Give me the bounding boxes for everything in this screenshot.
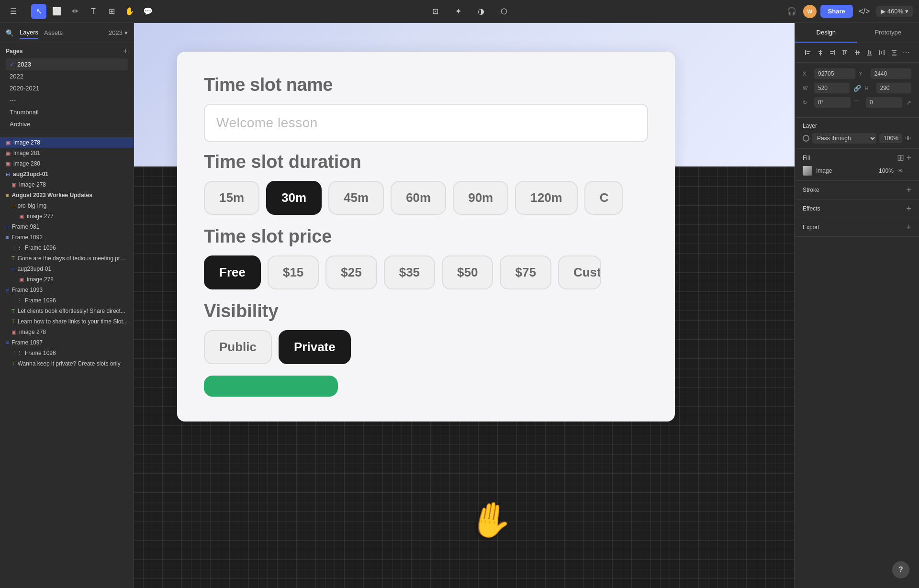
- corner-lock-icon[interactable]: ↗: [906, 99, 911, 106]
- layer-item-image278-2[interactable]: ▣ image 278: [0, 274, 134, 285]
- rotation-value[interactable]: 0°: [814, 97, 851, 108]
- duration-30m[interactable]: 30m: [266, 181, 322, 215]
- align-left-button[interactable]: [803, 47, 813, 58]
- layer-item-aug23upd01[interactable]: ⊞ aug23upd-01: [0, 169, 134, 179]
- duration-custom[interactable]: C: [584, 181, 623, 215]
- canvas[interactable]: Time slot name Welcome lesson Time slot …: [134, 23, 795, 588]
- align-right-button[interactable]: [827, 47, 838, 58]
- layer-item-text-gone[interactable]: T Gone are the days of tedious meeting p…: [0, 253, 134, 264]
- text-tool-button[interactable]: T: [86, 4, 101, 19]
- tab-design[interactable]: Design: [795, 23, 857, 43]
- price-75[interactable]: $75: [500, 255, 551, 289]
- fill-opacity-value[interactable]: 100%: [876, 167, 894, 174]
- tab-layers[interactable]: Layers: [20, 27, 38, 39]
- price-35[interactable]: $35: [384, 255, 435, 289]
- tab-assets[interactable]: Assets: [44, 27, 63, 38]
- distribute-v-button[interactable]: [889, 47, 899, 58]
- components-button[interactable]: ⊞: [104, 4, 119, 19]
- remove-fill-button[interactable]: −: [908, 167, 911, 174]
- price-15[interactable]: $15: [268, 255, 319, 289]
- duration-15m[interactable]: 15m: [204, 181, 259, 215]
- layer-item-frame1097[interactable]: ≡ Frame 1097: [0, 337, 134, 348]
- zoom-level[interactable]: ▶ 460% ▾: [876, 6, 913, 17]
- distribute-h-button[interactable]: [876, 47, 887, 58]
- help-button[interactable]: ?: [892, 561, 909, 578]
- duration-120m[interactable]: 120m: [515, 181, 578, 215]
- page-item-2020-2021[interactable]: 2020-2021: [6, 82, 128, 94]
- page-item-archive[interactable]: Archive: [6, 118, 128, 130]
- layer-item-text-wanna[interactable]: T Wanna keep it private? Create slots on…: [0, 358, 134, 369]
- layer-item-frame1096-3[interactable]: ⋮⋮ Frame 1096: [0, 348, 134, 358]
- layer-item-frame1096-2[interactable]: ⋮⋮ Frame 1096: [0, 295, 134, 306]
- visibility-toggle[interactable]: 👁: [905, 135, 911, 142]
- layer-item-august2023[interactable]: ≡ August 2023 Workee Updates: [0, 190, 134, 200]
- layer-item-frame1093[interactable]: ≡ Frame 1093: [0, 285, 134, 295]
- layer-item-text-let[interactable]: T Let clients book effortlessly! Share d…: [0, 306, 134, 316]
- page-item-2022[interactable]: 2022: [6, 70, 128, 82]
- visibility-private[interactable]: Private: [279, 330, 351, 364]
- crop-icon[interactable]: ⊡: [427, 4, 443, 19]
- add-page-button[interactable]: +: [123, 47, 128, 55]
- pen-icon[interactable]: ✦: [450, 4, 466, 19]
- layer-item-text-learn[interactable]: T Learn how to share links to your time …: [0, 316, 134, 327]
- transform-icon[interactable]: ⬡: [496, 4, 512, 19]
- h-value[interactable]: 290: [876, 83, 912, 93]
- layer-item-image277[interactable]: ▣ image 277: [0, 211, 134, 222]
- layer-item-image278[interactable]: ▣ image 278: [0, 137, 134, 148]
- tab-prototype[interactable]: Prototype: [857, 23, 919, 43]
- frame-tool-button[interactable]: ⬜: [49, 4, 65, 19]
- blend-mode-select[interactable]: Pass through Normal Multiply Screen Over…: [812, 133, 876, 144]
- contrast-icon[interactable]: ◑: [473, 4, 489, 19]
- pen-tool-button[interactable]: ✏: [67, 4, 83, 19]
- corner-value[interactable]: 0: [866, 97, 902, 108]
- w-value[interactable]: 520: [814, 83, 850, 93]
- duration-60m[interactable]: 60m: [391, 181, 446, 215]
- share-button[interactable]: Share: [820, 5, 853, 18]
- add-fill-button[interactable]: +: [906, 154, 911, 162]
- headphone-icon[interactable]: 🎧: [784, 4, 799, 19]
- price-free[interactable]: Free: [204, 255, 261, 289]
- layer-item-frame1092[interactable]: ≡ Frame 1092: [0, 232, 134, 243]
- page-item-separator[interactable]: ---: [6, 94, 128, 106]
- code-button[interactable]: </>: [857, 4, 872, 19]
- user-avatar[interactable]: W: [803, 5, 817, 18]
- layer-item-frame981[interactable]: ≡ Frame 981: [0, 222, 134, 232]
- align-center-h-button[interactable]: [815, 47, 826, 58]
- visibility-public[interactable]: Public: [204, 330, 272, 364]
- y-value[interactable]: 2440: [871, 68, 912, 79]
- opacity-value[interactable]: 100%: [879, 133, 902, 143]
- x-value[interactable]: 92705: [814, 68, 855, 79]
- confirm-button[interactable]: [204, 376, 338, 397]
- select-tool-button[interactable]: ↖: [31, 4, 46, 19]
- layer-item-image278-sub[interactable]: ▣ image 278: [0, 179, 134, 190]
- align-top-button[interactable]: [840, 47, 850, 58]
- add-effect-button[interactable]: +: [906, 204, 911, 213]
- hand-tool-button[interactable]: ✋: [122, 4, 137, 19]
- lock-icon[interactable]: 🔗: [853, 85, 861, 92]
- layer-item-frame1096-1[interactable]: ⋮⋮ Frame 1096: [0, 243, 134, 253]
- page-item-thumbnail[interactable]: Thumbnail: [6, 106, 128, 118]
- fill-visibility-toggle[interactable]: 👁: [897, 167, 904, 175]
- layer-item-pro-big-img[interactable]: ≡ pro-big-img: [0, 200, 134, 211]
- duration-90m[interactable]: 90m: [453, 181, 508, 215]
- price-25[interactable]: $25: [325, 255, 377, 289]
- align-bottom-button[interactable]: [864, 47, 874, 58]
- add-export-button[interactable]: +: [906, 223, 911, 232]
- price-custom[interactable]: Cust: [558, 255, 601, 289]
- layer-item-image281[interactable]: ▣ image 281: [0, 148, 134, 158]
- price-50[interactable]: $50: [442, 255, 493, 289]
- layer-item-image278-3[interactable]: ▣ image 278: [0, 327, 134, 337]
- menu-button[interactable]: ☰: [6, 4, 21, 19]
- layer-item-image280[interactable]: ▣ image 280: [0, 158, 134, 169]
- layer-item-aug23upd01-2[interactable]: ≡ aug23upd-01: [0, 264, 134, 274]
- year-selector[interactable]: 2023 ▾: [109, 29, 128, 36]
- search-icon[interactable]: 🔍: [6, 29, 14, 37]
- comment-button[interactable]: 💬: [140, 4, 156, 19]
- align-middle-v-button[interactable]: [852, 47, 863, 58]
- duration-45m[interactable]: 45m: [328, 181, 384, 215]
- page-item-2023[interactable]: ✓ 2023: [6, 58, 128, 70]
- fill-color-preview[interactable]: [803, 166, 812, 176]
- add-stroke-button[interactable]: +: [906, 186, 911, 194]
- more-align-button[interactable]: ⋯: [901, 47, 911, 58]
- time-slot-name-input[interactable]: Welcome lesson: [204, 104, 648, 142]
